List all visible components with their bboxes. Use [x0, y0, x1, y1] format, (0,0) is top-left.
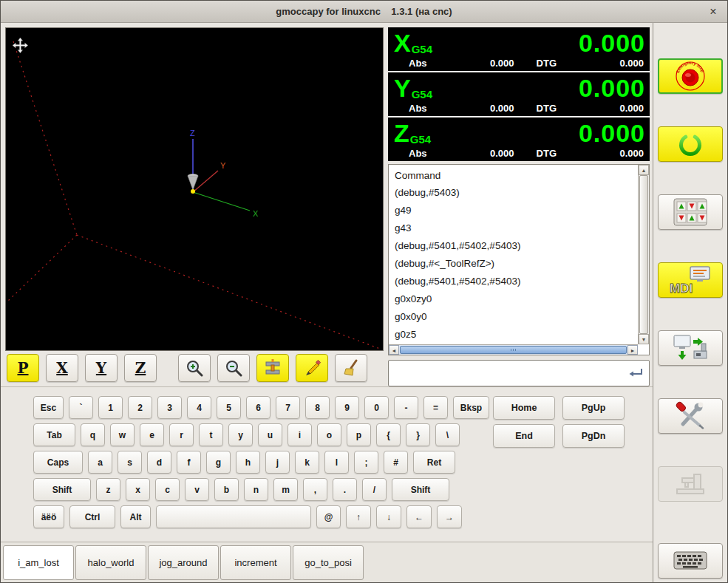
view-z-button[interactable]: Z [124, 354, 157, 382]
keyboard-key[interactable]: ↓ [376, 505, 401, 528]
jog-pad-button[interactable] [658, 194, 723, 230]
machine-setup-button[interactable] [658, 330, 723, 366]
keyboard-key[interactable]: y [228, 423, 253, 446]
vertical-scroll-thumb[interactable] [639, 175, 648, 334]
keyboard-key[interactable]: ↑ [346, 505, 371, 528]
keyboard-key[interactable]: Ret [413, 451, 455, 474]
command-history-line[interactable]: (debug,#5403) [395, 184, 631, 202]
keyboard-key[interactable]: - [394, 396, 418, 419]
keyboard-key[interactable]: / [362, 478, 387, 501]
command-history-line[interactable]: (debug,#5401,#5402,#5403) [395, 273, 631, 290]
keyboard-key[interactable]: u [258, 423, 282, 446]
view-perspective-button[interactable]: P [7, 354, 39, 382]
keyboard-key[interactable]: 1 [98, 396, 123, 419]
scroll-left-arrow-icon[interactable]: ◄ [389, 345, 399, 355]
keyboard-key[interactable]: Caps [33, 451, 83, 474]
view-x-button[interactable]: X [46, 354, 78, 382]
nav-key[interactable]: PgUp [562, 396, 625, 420]
keyboard-key[interactable]: äëö [33, 505, 64, 528]
keyboard-key[interactable]: z [96, 478, 120, 501]
keyboard-key[interactable]: ` [69, 396, 93, 419]
command-history-line[interactable]: g49 [395, 202, 631, 219]
dro-axis[interactable]: YG54 0.000 Abs 0.000 DTG 0.000 [388, 72, 650, 116]
command-history-line[interactable]: g0x0zy0 [395, 290, 631, 308]
nav-key[interactable]: End [493, 424, 555, 448]
horizontal-scrollbar[interactable]: ◄ ► [389, 344, 638, 355]
command-history-line[interactable]: g0z5 [395, 326, 631, 344]
zoom-out-button[interactable] [217, 354, 250, 382]
keyboard-key[interactable]: { [376, 423, 401, 446]
mdi-command-input[interactable] [393, 367, 628, 379]
keyboard-key[interactable]: → [437, 505, 462, 528]
keyboard-key[interactable]: } [406, 423, 430, 446]
keyboard-key[interactable]: t [199, 423, 223, 446]
estop-button[interactable]: Emergency Stop [658, 58, 723, 94]
settings-button[interactable] [658, 398, 723, 434]
bottom-tab[interactable]: halo_world [75, 545, 146, 580]
keyboard-key[interactable]: n [244, 478, 268, 501]
keyboard-key[interactable]: Shift [392, 478, 449, 501]
keyboard-key[interactable]: ← [406, 505, 432, 528]
keyboard-key[interactable]: q [81, 423, 105, 446]
keyboard-key[interactable]: a [88, 451, 112, 474]
keyboard-key[interactable]: 2 [128, 396, 152, 419]
keyboard-key[interactable]: . [333, 478, 357, 501]
dro-axis[interactable]: XG54 0.000 Abs 0.000 DTG 0.000 [388, 27, 650, 71]
vertical-scrollbar[interactable]: ▲ ▼ [638, 165, 649, 344]
keyboard-key[interactable]: \ [435, 423, 460, 446]
keyboard-key[interactable]: b [214, 478, 239, 501]
keyboard-key[interactable]: p [347, 423, 371, 446]
horizontal-scroll-thumb[interactable] [400, 346, 627, 354]
keyboard-key[interactable]: d [147, 451, 171, 474]
keyboard-key[interactable]: 4 [187, 396, 211, 419]
keyboard-key[interactable]: 7 [276, 396, 300, 419]
keyboard-key[interactable]: Bksp [453, 396, 489, 419]
gremlin-3d-preview[interactable]: Z Y X [5, 27, 384, 351]
keyboard-key[interactable]: k [295, 451, 319, 474]
command-history-line[interactable]: (debug,#<_ToolRefZ>) [395, 255, 631, 273]
keyboard-key[interactable]: 6 [246, 396, 271, 419]
keyboard-key[interactable]: w [110, 423, 135, 446]
keyboard-key[interactable]: # [384, 451, 408, 474]
titlebar[interactable]: gmoccapy for linuxcnc 1.3.1 (на cnc) × [1, 1, 727, 23]
command-history-line[interactable]: (debug,#5401,#5402,#5403) [395, 237, 631, 255]
keyboard-key[interactable]: m [273, 478, 298, 501]
nav-key[interactable]: PgDn [562, 424, 625, 448]
keyboard-key[interactable]: h [236, 451, 260, 474]
keyboard-key[interactable]: 8 [305, 396, 330, 419]
keyboard-key[interactable]: 0 [364, 396, 389, 419]
keyboard-key[interactable]: r [169, 423, 194, 446]
tool-clamp-button[interactable] [256, 354, 289, 382]
view-y-button[interactable]: Y [85, 354, 118, 382]
bottom-tab[interactable]: jog_around [148, 545, 219, 580]
keyboard-key[interactable]: , [303, 478, 327, 501]
keyboard-key[interactable]: f [177, 451, 201, 474]
keyboard-key[interactable]: Shift [33, 478, 91, 501]
keyboard-key[interactable]: 5 [217, 396, 241, 419]
scroll-down-arrow-icon[interactable]: ▼ [639, 334, 649, 344]
keyboard-key[interactable]: e [140, 423, 164, 446]
keyboard-key[interactable]: s [118, 451, 142, 474]
clear-plot-button[interactable] [335, 354, 367, 382]
scroll-right-arrow-icon[interactable]: ► [627, 345, 638, 355]
zoom-in-button[interactable] [178, 354, 211, 382]
keyboard-key[interactable]: i [288, 423, 312, 446]
keyboard-key[interactable]: o [317, 423, 341, 446]
nav-key[interactable]: Home [493, 396, 555, 420]
keyboard-key[interactable]: ; [354, 451, 378, 474]
mdi-mode-button[interactable]: MDI [658, 262, 723, 298]
bottom-tab[interactable]: increment [220, 545, 291, 580]
command-history-list[interactable]: (debug,#5403)g49g43(debug,#5401,#5402,#5… [389, 184, 637, 344]
keyboard-key[interactable] [156, 505, 311, 528]
keyboard-key[interactable]: @ [316, 505, 341, 528]
keyboard-key[interactable]: 3 [157, 396, 182, 419]
keyboard-key[interactable]: l [324, 451, 349, 474]
bottom-tab[interactable]: i_am_lost [3, 545, 74, 580]
keyboard-key[interactable]: j [265, 451, 290, 474]
keyboard-key[interactable]: Esc [33, 396, 64, 419]
keyboard-key[interactable]: Ctrl [69, 505, 115, 528]
keyboard-key[interactable]: c [155, 478, 180, 501]
scroll-up-arrow-icon[interactable]: ▲ [639, 165, 649, 175]
keyboard-key[interactable]: v [185, 478, 209, 501]
keyboard-key[interactable]: Alt [120, 505, 151, 528]
